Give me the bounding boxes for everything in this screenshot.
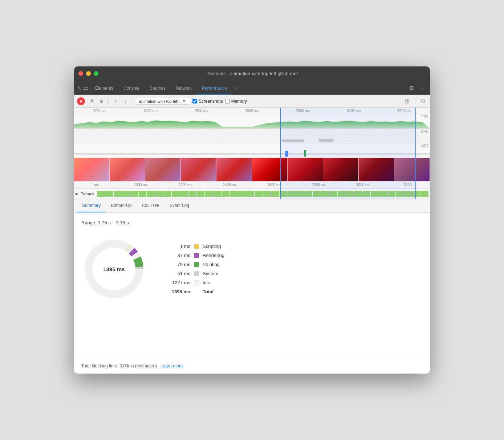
svg-rect-6 <box>285 151 288 157</box>
url-display: animation-with-top-left... ▾ <box>136 98 190 105</box>
screenshot-4 <box>181 158 216 181</box>
donut-chart: 1395 ms <box>81 236 147 302</box>
svg-rect-1 <box>74 129 282 143</box>
tab-performance[interactable]: Performance <box>197 83 232 94</box>
ruler2-mark-2800: 2800 ms <box>297 183 341 187</box>
performance-toolbar: ● ↺ ⊘ ↑ ↓ animation-with-top-left... ▾ S… <box>74 95 430 108</box>
frame-bar <box>246 191 254 197</box>
trash-icon[interactable]: 🗑 <box>403 97 411 105</box>
download-button[interactable]: ↓ <box>122 97 130 105</box>
frame-bar <box>321 191 329 197</box>
frame-bar <box>304 191 312 197</box>
frame-bar <box>97 191 105 197</box>
ruler2-mark-2000: 2000 ms <box>119 183 163 187</box>
tab-event-log[interactable]: Event Log <box>164 199 194 212</box>
maximize-button[interactable] <box>94 71 98 76</box>
settings-icon[interactable]: ⚙ <box>407 84 415 92</box>
legend: 1 ms Scripting 37 ms Rendering 79 ms Pai… <box>168 244 224 294</box>
timeline-wrapper: 500 ms 1000 ms 1500 ms 2000 ms 2500 ms 3… <box>74 108 430 199</box>
cursor-icon: ↖ <box>77 85 82 94</box>
bottom-tabbar: Summary Bottom-Up Call Tree Event Log <box>74 199 430 213</box>
scripting-ms: 1 ms <box>168 244 190 249</box>
upload-button[interactable]: ↑ <box>111 97 119 105</box>
rendering-ms: 37 ms <box>168 253 190 258</box>
url-text: animation-with-top-left... <box>139 99 182 103</box>
summary-content: 1395 ms 1 ms Scripting 37 ms Rendering 7… <box>81 236 423 302</box>
frame-bar <box>296 191 304 197</box>
frames-bars <box>97 191 428 197</box>
tab-call-tree[interactable]: Call Tree <box>137 199 164 212</box>
frame-bar <box>362 191 370 197</box>
frame-bar <box>338 191 346 197</box>
ruler-mark-1000: 1000 ms <box>125 109 176 113</box>
frame-bar <box>238 191 246 197</box>
window-title: DevTools - animation-with-top-left.glitc… <box>206 71 298 76</box>
screenshot-5 <box>216 158 252 181</box>
ruler2-mark-3200: 3200 <box>386 183 430 187</box>
frame-bar <box>346 191 354 197</box>
svg-rect-3 <box>282 139 304 142</box>
toolbar-right: 🗑 ⚙ <box>403 97 427 105</box>
reload-button[interactable]: ↺ <box>87 97 95 105</box>
memory-checkbox-group: Memory <box>225 99 247 104</box>
frame-bar <box>313 191 321 197</box>
tab-summary[interactable]: Summary <box>77 199 106 212</box>
screenshot-6 <box>252 158 288 181</box>
divider2 <box>133 98 133 105</box>
scripting-color <box>194 244 199 249</box>
frame-bar <box>387 191 395 197</box>
more-options-icon[interactable]: ⋮ <box>418 84 427 92</box>
system-ms: 51 ms <box>168 271 190 276</box>
ruler-mark-500: 500 ms <box>74 109 125 113</box>
frame-bar <box>130 191 138 197</box>
frame-bar <box>147 191 155 197</box>
idle-ms: 1227 ms <box>168 280 190 285</box>
cpu-label: CPU <box>421 130 428 134</box>
tabbar-right: ⚙ ⋮ <box>407 84 427 94</box>
tab-console[interactable]: Console <box>118 83 145 94</box>
fps-row: FPS <box>74 114 430 129</box>
settings2-icon[interactable]: ⚙ <box>419 97 427 105</box>
fps-chart <box>74 114 430 129</box>
url-dropdown-icon[interactable]: ▾ <box>183 99 185 103</box>
ruler-mark-2000: 2000 ms <box>227 109 277 113</box>
ruler2-mark-2200: 2200 ms <box>163 183 208 187</box>
record-button[interactable]: ● <box>77 97 85 105</box>
rendering-color <box>194 253 199 258</box>
close-button[interactable] <box>78 71 83 76</box>
svg-rect-4 <box>319 139 334 142</box>
screenshots-checkbox-group: Screenshots <box>192 99 223 104</box>
ruler-mark-1500: 1500 ms <box>176 109 227 113</box>
frame-bar <box>221 191 229 197</box>
net-label: NET <box>421 144 428 148</box>
timeline-container: 500 ms 1000 ms 1500 ms 2000 ms 2500 ms 3… <box>74 108 430 199</box>
learn-more-link[interactable]: Learn more <box>160 363 183 368</box>
painting-color <box>194 262 199 267</box>
memory-checkbox[interactable] <box>225 99 230 103</box>
frame-bar <box>213 191 221 197</box>
tab-bottom-up[interactable]: Bottom-Up <box>106 199 137 212</box>
ruler2-mark-3000: 3000 ms <box>341 183 386 187</box>
legend-row-rendering: 37 ms Rendering <box>168 253 224 258</box>
frames-toggle[interactable]: ▶ <box>76 192 78 196</box>
frame-bar <box>288 191 296 197</box>
footer-panel: Total blocking time: 0.00ms (estimated) … <box>74 358 430 374</box>
tab-elements[interactable]: Elements <box>90 83 118 94</box>
ruler2-mark-2600: 2600 ms <box>252 183 297 187</box>
footer-text: Total blocking time: 0.00ms (estimated) <box>81 363 157 368</box>
tab-network[interactable]: Network <box>171 83 197 94</box>
screenshots-checkbox[interactable] <box>192 99 197 103</box>
screenshot-2 <box>110 158 145 181</box>
more-tabs-button[interactable]: » <box>232 82 239 94</box>
minimize-button[interactable] <box>86 71 91 76</box>
frame-bar <box>172 191 180 197</box>
ruler2-mark-2400: 2400 ms <box>208 183 252 187</box>
total-color-placeholder <box>194 289 199 294</box>
tab-sources[interactable]: Sources <box>145 83 171 94</box>
system-color <box>194 271 199 276</box>
frame-bar <box>379 191 387 197</box>
frame-bar <box>230 191 238 197</box>
frame-bar <box>255 191 263 197</box>
clear-button[interactable]: ⊘ <box>97 97 105 105</box>
screenshot-10 <box>394 158 430 181</box>
